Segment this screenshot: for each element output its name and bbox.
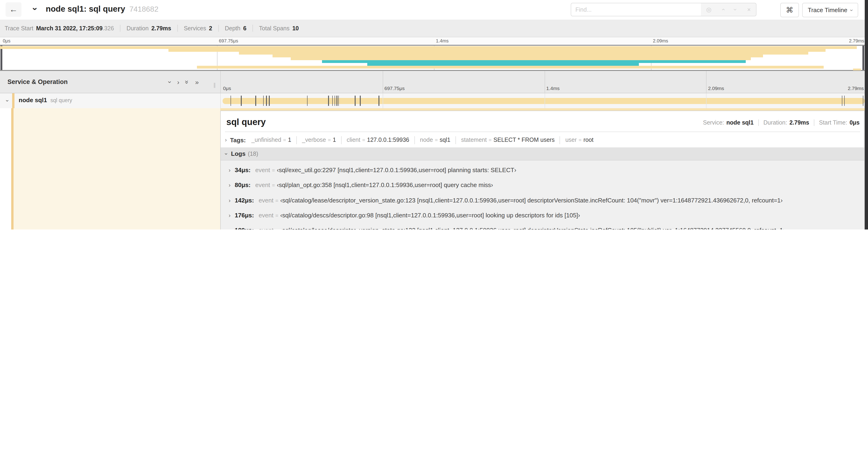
timeline-tick-label: 1.4ms: [546, 85, 560, 91]
log-tick-marker[interactable]: [307, 96, 308, 106]
tag-value: 1: [288, 137, 291, 143]
tag-key: statement: [461, 137, 487, 143]
log-chevron-right-icon[interactable]: ›: [229, 197, 230, 204]
log-row[interactable]: ›189μs:event=‹sql/catalog/lease/descript…: [221, 223, 864, 230]
collapse-all-icon[interactable]: »: [183, 80, 191, 84]
minimap-span: [239, 52, 808, 55]
span-row-node-sql1[interactable]: › node sql1 sql query: [0, 93, 868, 108]
tag-item: node=sql1: [420, 137, 450, 143]
log-chevron-right-icon[interactable]: ›: [229, 212, 230, 219]
timeline-gridline: [545, 93, 545, 108]
minimap-left-scrubber[interactable]: [0, 46, 2, 70]
timeline-header-band: Service & Operation › › » » ∥ 0μs697.75μ…: [0, 71, 868, 93]
divider: [341, 136, 342, 144]
find-controls: ◎ › › ×: [701, 3, 756, 16]
log-chevron-right-icon[interactable]: ›: [229, 227, 230, 230]
divider: [252, 25, 253, 32]
timeline-tick-label: 2.79ms: [848, 85, 864, 91]
log-tick-marker[interactable]: [337, 96, 337, 106]
row-chevron-down-icon[interactable]: ›: [4, 100, 11, 102]
find-next-icon[interactable]: ›: [732, 9, 739, 11]
trace-info-item: Duration2.79ms: [126, 25, 171, 31]
divider: [414, 136, 415, 144]
tag-item: client=127.0.0.1:59936: [347, 137, 409, 143]
timeline-gridline: [706, 71, 707, 93]
minimap-right-scrubber[interactable]: [862, 46, 864, 70]
minimap-canvas[interactable]: [0, 45, 868, 71]
expand-one-icon[interactable]: ›: [177, 78, 179, 86]
expand-all-icon[interactable]: »: [195, 78, 199, 86]
log-tick-marker[interactable]: [334, 96, 335, 106]
log-tick-marker[interactable]: [241, 96, 242, 106]
column-resizer-handle[interactable]: ∥: [213, 82, 216, 88]
keyboard-shortcuts-button[interactable]: ⌘: [780, 3, 799, 17]
log-timestamp: 176μs:: [235, 212, 254, 219]
log-tick-marker[interactable]: [328, 96, 329, 106]
timeline-tick-header: 0μs697.75μs1.4ms2.09ms2.79ms: [220, 71, 868, 93]
log-equals: =: [275, 198, 278, 203]
collapse-one-icon[interactable]: ›: [166, 81, 174, 83]
logs-list: Log timestamps are relative to the start…: [221, 160, 864, 230]
tag-value: 127.0.0.1:59936: [367, 137, 409, 143]
tag-value: sql1: [440, 137, 450, 143]
log-row[interactable]: ›176μs:event=‹sql/catalog/descs/descript…: [221, 208, 864, 223]
tag-value: SELECT * FROM users: [494, 137, 555, 143]
service-label: Service:: [703, 120, 724, 126]
find-clear-icon[interactable]: ×: [747, 6, 751, 13]
detail-row-indent-fill: [13, 108, 220, 230]
log-timestamp: 189μs:: [235, 227, 254, 230]
back-button[interactable]: ←: [6, 2, 22, 17]
logs-section-header[interactable]: › Logs (18): [221, 147, 864, 160]
log-field-value: ‹sql/catalog/lease/descriptor_version_st…: [280, 227, 785, 230]
log-tick-marker[interactable]: [230, 96, 231, 106]
log-tick-marker[interactable]: [360, 96, 361, 106]
minimap-span: [168, 49, 826, 52]
trace-title-chevron-down-icon[interactable]: ›: [30, 7, 40, 10]
minimap-tick-label: 697.75μs: [219, 38, 238, 43]
span-detail-title: sql query: [226, 117, 266, 127]
minimap-tick-label: 0μs: [3, 38, 10, 43]
log-row[interactable]: ›34μs:event=‹sql/exec_util.go:2297 [nsql…: [221, 163, 864, 178]
find-input[interactable]: [571, 3, 701, 16]
span-row-timeline: [220, 93, 868, 108]
log-tick-marker[interactable]: [379, 96, 379, 106]
log-equals: =: [272, 183, 275, 188]
log-tick-marker[interactable]: [266, 96, 267, 106]
minimap-span: [197, 66, 824, 69]
tag-key: node: [420, 137, 433, 143]
divider: [120, 25, 120, 32]
log-tick-marker[interactable]: [338, 96, 339, 106]
log-tick-marker[interactable]: [269, 96, 270, 106]
minimap-span: [367, 63, 639, 66]
log-tick-marker[interactable]: [844, 96, 845, 106]
trace-info-value-suffix: .326: [103, 25, 114, 31]
log-row[interactable]: ›80μs:event=‹sql/plan_opt.go:358 [nsql1,…: [221, 178, 864, 193]
logs-chevron-down-icon: ›: [223, 153, 229, 155]
tag-item: statement=SELECT * FROM users: [461, 137, 555, 143]
log-tick-marker[interactable]: [263, 96, 264, 106]
trace-info-value: 6: [243, 25, 246, 31]
minimap-span: [853, 69, 861, 70]
divider: [225, 132, 860, 132]
span-duration-bar[interactable]: [223, 98, 865, 104]
log-tick-marker[interactable]: [355, 96, 355, 106]
log-tick-marker[interactable]: [255, 96, 256, 106]
log-tick-marker[interactable]: [332, 96, 333, 106]
log-chevron-right-icon[interactable]: ›: [229, 182, 230, 189]
logs-count: (18): [248, 151, 258, 157]
log-chevron-right-icon[interactable]: ›: [229, 167, 230, 173]
log-tick-marker[interactable]: [842, 96, 842, 106]
log-tick-marker[interactable]: [863, 96, 864, 106]
tag-equals: =: [362, 137, 365, 143]
tags-row[interactable]: › Tags: _unfinished=1_verbose=1client=12…: [225, 135, 860, 145]
span-operation-name: sql query: [51, 97, 72, 103]
find-target-icon[interactable]: ◎: [706, 6, 712, 13]
log-row[interactable]: ›142μs:event=‹sql/catalog/lease/descript…: [221, 193, 864, 208]
span-detail-card: sql query Service: node sql1 Duration: 2…: [220, 110, 865, 230]
log-field-value: ‹sql/catalog/lease/descriptor_version_st…: [280, 197, 783, 204]
tags-chevron-right-icon: ›: [225, 137, 227, 143]
trace-info-label: Duration: [126, 25, 149, 31]
view-dropdown[interactable]: Trace Timeline ›: [802, 3, 858, 17]
detail-row-color-bar: [11, 108, 13, 230]
find-prev-icon[interactable]: ›: [720, 9, 726, 11]
